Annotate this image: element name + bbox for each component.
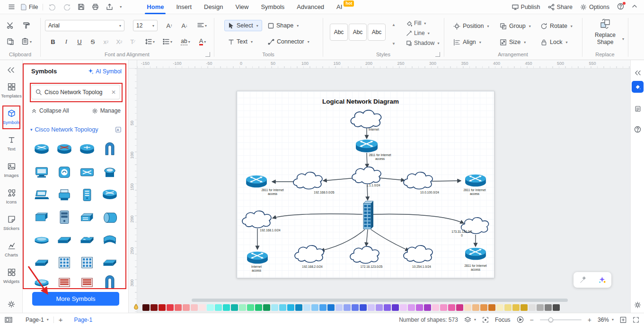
color-swatch[interactable] bbox=[424, 304, 431, 311]
symbol-tile-matrix-red[interactable] bbox=[54, 272, 75, 290]
collapse-panel-icon[interactable] bbox=[7, 67, 15, 75]
color-swatch[interactable] bbox=[368, 304, 375, 311]
router-right[interactable] bbox=[465, 175, 486, 187]
format-painter-icon[interactable] bbox=[21, 20, 32, 31]
color-swatch[interactable] bbox=[352, 304, 359, 311]
color-swatch[interactable] bbox=[545, 304, 552, 311]
styles-panel-expander-icon[interactable] bbox=[435, 52, 440, 57]
text-highlight-button[interactable]: ab▾ bbox=[177, 36, 194, 47]
zoom-in-button[interactable]: + bbox=[588, 316, 591, 324]
cloud-mid[interactable] bbox=[352, 167, 381, 184]
save-icon[interactable] bbox=[76, 2, 86, 12]
color-swatch[interactable] bbox=[255, 304, 262, 311]
color-swatch[interactable] bbox=[295, 304, 302, 311]
sidebar-item-templates[interactable]: Templates bbox=[0, 83, 23, 98]
color-swatch[interactable] bbox=[553, 304, 560, 311]
font-size-select[interactable]: 12▾ bbox=[133, 20, 158, 31]
symbol-tile-flat-slab[interactable] bbox=[99, 252, 120, 273]
layers-button[interactable]: ▾ bbox=[464, 317, 476, 323]
color-swatch[interactable] bbox=[448, 304, 455, 311]
text-align-button[interactable]: ▾ bbox=[194, 20, 210, 31]
symbol-tile-workstation[interactable] bbox=[31, 162, 52, 183]
add-page-button[interactable]: + bbox=[59, 316, 63, 324]
color-swatch[interactable] bbox=[215, 304, 222, 311]
color-swatch[interactable] bbox=[432, 304, 439, 311]
symbol-tile-flat-slab[interactable] bbox=[31, 252, 52, 273]
tab-advanced[interactable]: Advanced bbox=[291, 0, 330, 14]
symbol-tile-matrix-red[interactable] bbox=[77, 272, 97, 290]
presentation-play-icon[interactable] bbox=[517, 316, 524, 323]
collapse-all-button[interactable]: Collapse All bbox=[31, 107, 69, 114]
line-button[interactable]: Line▾ bbox=[406, 30, 430, 36]
sidebar-item-text[interactable]: Text bbox=[0, 136, 23, 151]
color-swatch[interactable] bbox=[400, 304, 407, 311]
share-button[interactable]: Share bbox=[548, 4, 573, 10]
symbol-tile-switch-3d[interactable] bbox=[77, 207, 97, 228]
expand-right-panel-icon[interactable] bbox=[632, 67, 644, 79]
color-swatch[interactable] bbox=[327, 304, 335, 311]
symbol-tile-atm-router[interactable] bbox=[54, 139, 75, 160]
cloud-internet[interactable] bbox=[351, 110, 381, 128]
strikethrough-button[interactable]: S bbox=[87, 36, 98, 47]
bullet-list-button[interactable]: ▾ bbox=[160, 36, 175, 47]
tab-home[interactable]: Home bbox=[141, 0, 170, 14]
zoom-level-dropdown[interactable]: 36%▾ bbox=[598, 317, 614, 323]
symbol-tile-hub[interactable] bbox=[31, 207, 52, 228]
hamburger-menu-icon[interactable] bbox=[7, 2, 16, 12]
lock-button[interactable]: Lock▾ bbox=[540, 37, 567, 47]
italic-button[interactable]: I bbox=[61, 36, 72, 47]
sidebar-item-stickers[interactable]: Stickers bbox=[0, 215, 23, 231]
font-panel-expander-icon[interactable] bbox=[205, 52, 210, 57]
cloud-bottom-2[interactable] bbox=[295, 246, 324, 263]
document-page[interactable]: Logical Network Diagram Internet 2811 fo… bbox=[237, 91, 494, 278]
tab-symbols[interactable]: Symbols bbox=[255, 0, 291, 14]
cloud-bottom-4[interactable] bbox=[404, 246, 432, 263]
color-swatch[interactable] bbox=[175, 304, 182, 311]
color-swatch[interactable] bbox=[191, 304, 198, 311]
color-swatch[interactable] bbox=[416, 304, 423, 311]
styles-scroll-up-icon[interactable]: ▲ bbox=[388, 21, 399, 28]
decrease-font-icon[interactable]: A↓ bbox=[179, 20, 190, 31]
replace-shape-button[interactable]: Replace Shape bbox=[586, 18, 625, 46]
fullscreen-icon[interactable] bbox=[633, 317, 639, 323]
color-swatch[interactable] bbox=[239, 304, 246, 311]
symbol-tile-bridge[interactable] bbox=[99, 139, 120, 160]
notes-panel-icon[interactable] bbox=[632, 103, 644, 115]
ai-generate-icon[interactable] bbox=[598, 276, 606, 284]
symbols-search-input[interactable] bbox=[44, 89, 108, 96]
color-swatch[interactable] bbox=[207, 304, 214, 311]
symbol-tile-router[interactable] bbox=[31, 139, 52, 160]
router-top[interactable] bbox=[356, 140, 378, 152]
symbol-tile-laptop[interactable] bbox=[31, 185, 52, 205]
color-swatch[interactable] bbox=[472, 304, 479, 311]
export-icon[interactable] bbox=[105, 2, 114, 12]
clear-search-icon[interactable]: ✕ bbox=[111, 89, 116, 96]
print-icon[interactable] bbox=[90, 2, 100, 12]
color-swatch[interactable] bbox=[488, 304, 495, 311]
more-tools-caret-icon[interactable]: ▾ bbox=[120, 5, 122, 9]
color-swatch[interactable] bbox=[159, 304, 166, 311]
symbol-tile-file-server[interactable] bbox=[54, 207, 75, 228]
router-bottom-right[interactable] bbox=[465, 248, 486, 260]
style-preset-1[interactable]: Abc bbox=[330, 24, 348, 41]
color-swatch[interactable] bbox=[183, 304, 190, 311]
preview-mode-icon[interactable] bbox=[115, 126, 122, 133]
publish-button[interactable]: Publish bbox=[512, 4, 540, 10]
horizontal-scrollbar[interactable] bbox=[192, 299, 568, 302]
color-swatch[interactable] bbox=[271, 304, 278, 311]
color-swatch[interactable] bbox=[496, 304, 503, 311]
color-swatch[interactable] bbox=[150, 304, 158, 311]
symbol-tile-flat-disc[interactable] bbox=[31, 272, 52, 290]
help-panel-icon[interactable] bbox=[632, 123, 644, 135]
color-swatch[interactable] bbox=[142, 304, 150, 311]
color-swatch[interactable] bbox=[392, 304, 399, 311]
sidebar-item-widgets[interactable]: Widgets bbox=[0, 268, 23, 284]
symbol-tile-atm-switch[interactable] bbox=[77, 162, 97, 183]
color-swatch[interactable] bbox=[303, 304, 310, 311]
color-swatch[interactable] bbox=[504, 304, 512, 311]
sidebar-item-symbols[interactable]: Symbols bbox=[0, 109, 23, 125]
symbol-tile-flat-disc[interactable] bbox=[31, 229, 52, 250]
ai-symbol-button[interactable]: AI Symbol bbox=[88, 68, 122, 75]
superscript-button[interactable]: x2 bbox=[100, 36, 112, 47]
color-swatch[interactable] bbox=[537, 304, 544, 311]
